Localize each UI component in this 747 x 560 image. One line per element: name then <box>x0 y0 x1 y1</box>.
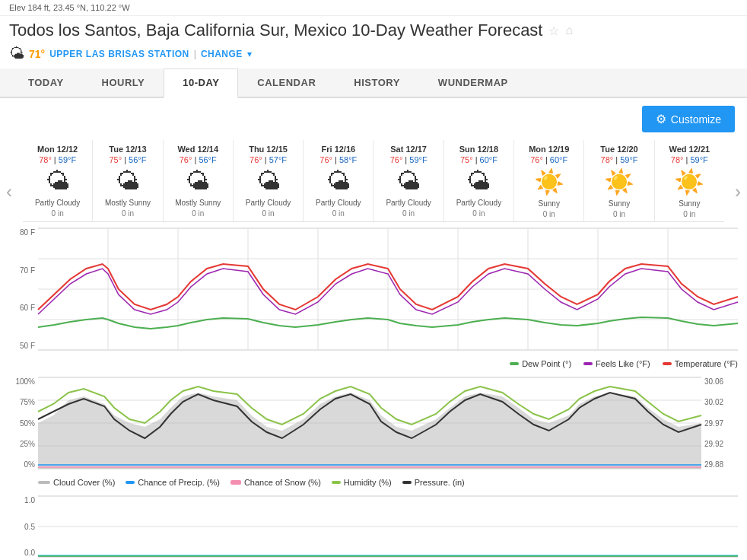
weather-icon: ☀️ <box>656 167 723 196</box>
precip: 0 in <box>305 209 371 218</box>
precip: 0 in <box>586 210 652 218</box>
day-col-4: Fri 12/16 76° | 58°F 🌤 Partly Cloudy 0 i… <box>304 140 374 221</box>
precip: 0 in <box>24 209 91 218</box>
days-row: Mon 12/12 78° | 59°F 🌤 Partly Cloudy 0 i… <box>23 140 724 222</box>
feels-like-label: Feels Like (°F) <box>596 359 650 368</box>
prev-arrow[interactable]: ‹ <box>3 178 15 205</box>
day-temps: 76° | 60°F <box>516 155 582 164</box>
day-label: Wed 12/21 <box>656 145 723 154</box>
day-col-5: Sat 12/17 76° | 59°F 🌤 Partly Cloudy 0 i… <box>374 140 443 221</box>
day-label: Mon 12/12 <box>24 145 91 154</box>
temp-low: 59°F <box>620 155 637 164</box>
temp-low: 56°F <box>199 155 216 164</box>
current-temp: 71° <box>29 48 45 60</box>
temp-high: 76° <box>180 155 192 164</box>
temp-high: 75° <box>109 155 122 164</box>
weather-icon: 🌤 <box>235 167 301 196</box>
day-label: Sat 12/17 <box>375 145 441 154</box>
change-link[interactable]: CHANGE <box>201 49 243 59</box>
precip-chart <box>38 377 701 469</box>
temp-chart <box>38 228 738 350</box>
weather-icon: 🌤 <box>305 167 371 196</box>
tab-wundermap[interactable]: WUNDERMAP <box>419 68 527 97</box>
day-col-1: Tue 12/13 75° | 56°F 🌤 Mostly Sunny 0 in <box>93 140 163 221</box>
precip-chance-label: Chance of Precip. (%) <box>138 478 220 487</box>
dew-point-color <box>510 362 519 365</box>
y-label-70: 70 F <box>9 266 35 275</box>
cloud-cover-color <box>38 481 50 484</box>
condition: Partly Cloudy <box>24 199 91 208</box>
precip: 0 in <box>235 209 301 218</box>
snow-chance-label: Chance of Snow (%) <box>244 478 321 487</box>
legend-temperature: Temperature (°F) <box>663 359 738 368</box>
accum-chart-area: 1.0 0.5 0.0 <box>0 490 747 560</box>
day-temps: 75° | 56°F <box>94 155 161 164</box>
weather-icon: 🌤 <box>24 167 91 196</box>
accum-y-axis: 1.0 0.5 0.0 <box>9 496 38 557</box>
day-label: Sun 12/18 <box>446 145 512 154</box>
precip-chart-legend: Cloud Cover (%) Chance of Precip. (%) Ch… <box>0 475 747 490</box>
temp-low: 60°F <box>480 155 497 164</box>
temp-low: 56°F <box>129 155 146 164</box>
temp-high: 75° <box>460 155 473 164</box>
elevation-bar: Elev 184 ft, 23.45 °N, 110.22 °W <box>0 0 747 16</box>
toolbar: ⚙ Customize <box>0 98 747 140</box>
legend-humidity: Humidity (%) <box>332 478 392 487</box>
tab-history[interactable]: HISTORY <box>335 68 419 97</box>
tab-calendar[interactable]: CALENDAR <box>238 68 335 97</box>
temperature-label: Temperature (°F) <box>675 359 738 368</box>
forecast-container: ‹ Mon 12/12 78° | 59°F 🌤 Partly Cloudy 0… <box>0 140 747 222</box>
station-bar: 🌤 71° UPPER LAS BRISAS STATION | CHANGE … <box>0 43 747 68</box>
condition: Sunny <box>516 199 582 208</box>
pressure-label: Pressure. (in) <box>415 478 465 487</box>
favorite-icon[interactable]: ☆ <box>548 24 559 38</box>
day-temps: 78° | 59°F <box>586 155 652 164</box>
precip: 0 in <box>94 209 161 218</box>
condition: Partly Cloudy <box>235 199 301 208</box>
condition: Sunny <box>656 199 723 208</box>
temperature-color <box>663 362 672 365</box>
temp-low: 59°F <box>59 155 76 164</box>
day-col-0: Mon 12/12 78° | 59°F 🌤 Partly Cloudy 0 i… <box>23 140 93 221</box>
temp-high: 76° <box>250 155 262 164</box>
day-col-6: Sun 12/18 75° | 60°F 🌤 Partly Cloudy 0 i… <box>444 140 514 221</box>
tab-hourly[interactable]: HOURLY <box>83 68 164 97</box>
snow-chance-color <box>230 480 241 485</box>
temp-chart-legend: Dew Point (°) Feels Like (°F) Temperatur… <box>0 356 747 371</box>
humidity-label: Humidity (%) <box>344 478 392 487</box>
day-col-3: Thu 12/15 76° | 57°F 🌤 Partly Cloudy 0 i… <box>234 140 304 221</box>
day-col-9: Wed 12/21 78° | 59°F ☀️ Sunny 0 in <box>655 140 724 221</box>
temp-y-axis: 80 F 70 F 60 F 50 F <box>9 228 38 350</box>
title-bar: Todos los Santos, Baja California Sur, M… <box>0 16 747 43</box>
day-col-2: Wed 12/14 76° | 56°F 🌤 Mostly Sunny 0 in <box>164 140 234 221</box>
tab-today[interactable]: TODAY <box>9 68 83 97</box>
day-label: Wed 12/14 <box>165 145 231 154</box>
divider: | <box>194 49 196 59</box>
temp-high: 78° <box>39 155 52 164</box>
elevation-text: Elev 184 ft, 23.45 °N, 110.22 °W <box>9 3 130 12</box>
customize-button[interactable]: ⚙ Customize <box>642 106 735 132</box>
temp-low: 57°F <box>269 155 287 164</box>
day-label: Tue 12/13 <box>94 145 161 154</box>
weather-sun-icon: 🌤 <box>9 45 24 62</box>
temp-low: 59°F <box>409 155 427 164</box>
dew-point-label: Dew Point (°) <box>522 359 571 368</box>
temp-chart-area: 80 F 70 F 60 F 50 F <box>0 222 747 356</box>
page-title: Todos los Santos, Baja California Sur, M… <box>9 21 542 40</box>
condition: Partly Cloudy <box>375 199 441 208</box>
next-arrow[interactable]: › <box>732 178 744 205</box>
weather-icon: 🌤 <box>94 167 161 196</box>
y-label-80: 80 F <box>9 228 35 237</box>
y-label-50: 50 F <box>9 342 35 350</box>
precip-y-axis: 100% 75% 50% 25% 0% <box>9 377 38 469</box>
tab-10day[interactable]: 10-DAY <box>164 68 238 98</box>
day-temps: 76° | 57°F <box>235 155 301 164</box>
condition: Partly Cloudy <box>305 199 371 208</box>
legend-dew-point: Dew Point (°) <box>510 359 571 368</box>
legend-cloud-cover: Cloud Cover (%) <box>38 478 115 487</box>
temp-low: 60°F <box>550 155 567 164</box>
day-temps: 76° | 59°F <box>375 155 441 164</box>
home-icon[interactable]: ⌂ <box>565 24 573 37</box>
temp-high: 76° <box>319 155 332 164</box>
temp-low: 58°F <box>339 155 357 164</box>
